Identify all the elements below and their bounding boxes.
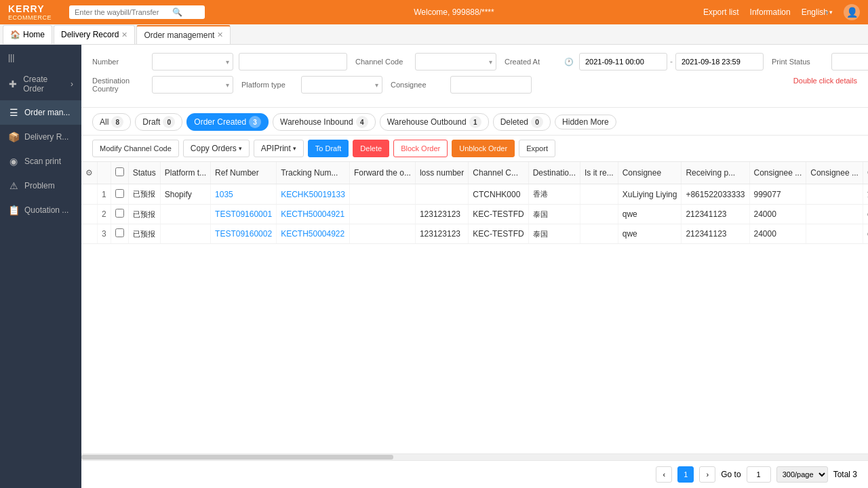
- row-ref-number[interactable]: TEST09160001: [211, 205, 277, 224]
- number-input[interactable]: [239, 53, 347, 70]
- pill-deleted[interactable]: Deleted 0: [493, 113, 551, 131]
- row-checkbox[interactable]: [115, 189, 124, 198]
- row-checkbox[interactable]: [115, 228, 124, 237]
- sidebar-item-delivery-record[interactable]: 📦 Delivery R...: [0, 125, 81, 149]
- pill-hidden-more[interactable]: Hidden More: [555, 115, 616, 129]
- block-order-button[interactable]: Block Order: [393, 140, 448, 157]
- channel-code-select[interactable]: [415, 53, 496, 70]
- page-1-button[interactable]: 1: [677, 466, 694, 483]
- user-avatar[interactable]: 👤: [844, 4, 860, 20]
- order-table-container[interactable]: ⚙ Status Platform t... Ref Number Tracki…: [81, 162, 868, 453]
- number-select-wrapper[interactable]: [152, 53, 233, 70]
- row-checkbox-cell[interactable]: [111, 205, 128, 224]
- tab-delivery-label: Delivery Record: [61, 30, 119, 39]
- row-checkbox-cell[interactable]: [111, 184, 128, 205]
- checkbox-col-header[interactable]: [111, 162, 128, 184]
- delete-button[interactable]: Delete: [353, 140, 389, 157]
- waybill-search-input[interactable]: [75, 8, 170, 16]
- platform-type-select[interactable]: [301, 76, 382, 94]
- date-to-input[interactable]: [675, 53, 764, 70]
- row-checkbox[interactable]: [115, 209, 124, 218]
- sidebar-toggle[interactable]: |||: [0, 47, 81, 68]
- export-list-link[interactable]: Export list: [703, 7, 739, 17]
- print-status-wrapper[interactable]: [831, 53, 868, 70]
- row-ref-number[interactable]: 1035: [211, 184, 277, 205]
- problem-icon: ⚠: [8, 180, 19, 191]
- consignee-input[interactable]: [450, 76, 532, 94]
- row-consignee4: 深圳: [863, 184, 868, 205]
- unblock-order-button[interactable]: Unblock Order: [452, 140, 515, 157]
- pill-warehouse-inbound-badge: 4: [356, 116, 368, 128]
- api-print-button[interactable]: APIPrint ▾: [254, 140, 304, 157]
- destination-col-header: Destinatio...: [528, 162, 580, 184]
- language-selector[interactable]: English ▾: [802, 7, 833, 17]
- row-channel: KEC-TESTFD: [469, 224, 528, 244]
- to-draft-button[interactable]: To Draft: [308, 140, 349, 157]
- pill-warehouse-inbound[interactable]: Warehouse Inbound 4: [273, 113, 376, 131]
- date-from-input[interactable]: [579, 53, 667, 70]
- pill-warehouse-outbound[interactable]: Warehouse Outbound 1: [380, 113, 489, 131]
- row-receiving-p: 212341123: [682, 224, 749, 244]
- number-select[interactable]: [152, 53, 233, 70]
- table-row[interactable]: 3 已预报 TEST09160002 KECTH50004922 1231231…: [81, 224, 868, 244]
- ref-number-link[interactable]: TEST09160002: [215, 229, 272, 239]
- logo-text-top: KERRY: [8, 3, 45, 14]
- sidebar-item-scan-print[interactable]: ◉ Scan print: [0, 149, 81, 174]
- next-page-button[interactable]: ›: [699, 466, 715, 483]
- consignee4-col-header: Consignee ...: [863, 162, 868, 184]
- row-checkbox-cell[interactable]: [111, 224, 128, 244]
- row-consignee2: 999077: [749, 184, 806, 205]
- destination-filter: Destination Country: [92, 76, 233, 94]
- select-all-checkbox[interactable]: [115, 167, 124, 176]
- sidebar: ||| ✚ Create Order › ☰ Order man... 📦 De…: [0, 45, 81, 488]
- row-platform: [160, 224, 210, 244]
- horizontal-scrollbar[interactable]: [81, 453, 868, 460]
- tab-order-management[interactable]: Order management ✕: [136, 25, 231, 44]
- create-order-icon: ✚: [8, 79, 18, 89]
- row-number: 1: [98, 184, 111, 205]
- scrollbar-thumb[interactable]: [81, 455, 393, 460]
- row-number: 3: [98, 224, 111, 244]
- sidebar-item-order-management[interactable]: ☰ Order man...: [0, 100, 81, 125]
- channel-select-wrapper[interactable]: [415, 53, 496, 70]
- page-size-select[interactable]: 300/page 100/page 50/page: [776, 466, 828, 483]
- table-row[interactable]: 1 已预报 Shopify 1035 KECHK50019133 CTCNHK0…: [81, 184, 868, 205]
- tab-delivery-close-icon[interactable]: ✕: [121, 30, 127, 39]
- prev-page-button[interactable]: ‹: [656, 466, 672, 483]
- search-icon[interactable]: 🔍: [172, 7, 182, 17]
- pill-draft[interactable]: Draft 0: [135, 113, 182, 131]
- pill-order-created[interactable]: Order Created 3: [186, 113, 269, 131]
- pill-deleted-badge: 0: [531, 116, 543, 128]
- row-consignee3: [806, 224, 863, 244]
- sidebar-item-create-order[interactable]: ✚ Create Order ›: [0, 68, 81, 100]
- export-button[interactable]: Export: [519, 140, 555, 157]
- consignee-col-header: Consignee: [618, 162, 682, 184]
- status-col-header: Status: [128, 162, 160, 184]
- row-ref-number[interactable]: TEST09160002: [211, 224, 277, 244]
- platform-type-wrapper[interactable]: [301, 76, 382, 94]
- table-row[interactable]: 2 已预报 TEST09160001 KECTH50004921 1231231…: [81, 205, 868, 224]
- print-status-select[interactable]: [831, 53, 868, 70]
- destination-select[interactable]: [152, 76, 233, 94]
- sidebar-item-problem[interactable]: ⚠ Problem: [0, 174, 81, 198]
- sidebar-item-quotation[interactable]: 📋 Quotation ...: [0, 198, 81, 222]
- tab-order-close-icon[interactable]: ✕: [217, 30, 223, 39]
- destination-wrapper[interactable]: [152, 76, 233, 94]
- pill-all[interactable]: All 8: [92, 113, 131, 131]
- modify-channel-button[interactable]: Modify Channel Code: [92, 140, 179, 157]
- tab-delivery-record[interactable]: Delivery Record ✕: [54, 25, 135, 44]
- settings-col-header[interactable]: ⚙: [81, 162, 98, 184]
- row-receiving-p: +861522033333: [682, 184, 749, 205]
- copy-orders-button[interactable]: Copy Orders ▾: [183, 140, 250, 157]
- information-link[interactable]: Information: [750, 7, 791, 17]
- go-to-input[interactable]: [747, 466, 771, 483]
- tab-bar: 🏠 Home Delivery Record ✕ Order managemen…: [0, 24, 868, 45]
- sidebar-order-man-label: Order man...: [24, 108, 70, 117]
- tab-home[interactable]: 🏠 Home: [3, 25, 52, 44]
- waybill-search-box[interactable]: 🔍: [69, 5, 205, 19]
- main-layout: ||| ✚ Create Order › ☰ Order man... 📦 De…: [0, 45, 868, 488]
- row-is-re: [580, 224, 618, 244]
- row-destination: 泰国: [528, 205, 580, 224]
- ref-number-link[interactable]: 1035: [215, 190, 233, 199]
- ref-number-link[interactable]: TEST09160001: [215, 209, 272, 219]
